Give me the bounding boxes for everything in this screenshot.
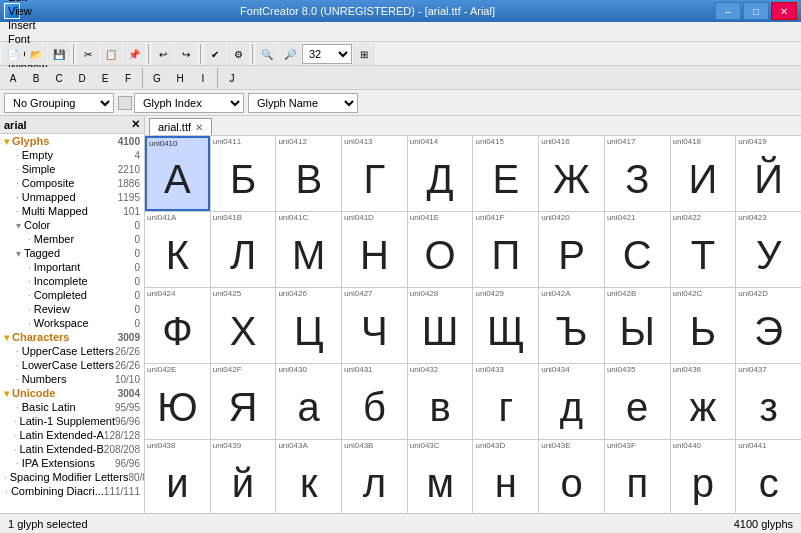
tool-f[interactable]: F [117, 67, 139, 89]
zoom-combo[interactable]: 32164864 [302, 44, 352, 64]
menu-item-view[interactable]: View [2, 4, 53, 18]
maximize-button[interactable]: □ [743, 2, 769, 20]
glyph-cell[interactable]: uni0414 Д [408, 136, 473, 211]
tree-item-simple[interactable]: · Simple 2210 [0, 162, 144, 176]
glyph-cell[interactable]: uni0417 З [605, 136, 670, 211]
glyph-area[interactable]: uni0410 А uni0411 Б uni0412 В uni0413 Г … [145, 136, 801, 513]
open-button[interactable]: 📂 [25, 43, 47, 65]
panel-close-button[interactable]: ✕ [131, 118, 140, 131]
glyph-cell[interactable]: uni0431 б [342, 364, 407, 439]
tree-item-multimapped[interactable]: · Multi Mapped 101 [0, 204, 144, 218]
glyph-cell[interactable]: uni041A К [145, 212, 210, 287]
tree-item-unicode[interactable]: ▾ Unicode 3004 [0, 386, 144, 400]
redo-button[interactable]: ↪ [175, 43, 197, 65]
glyph-cell[interactable]: uni0426 Ц [276, 288, 341, 363]
grouping-combo[interactable]: No Grouping [4, 93, 114, 113]
tree-item-latinexta[interactable]: · Latin Extended-A 128/128 [0, 428, 144, 442]
main-tab-close[interactable]: ✕ [195, 122, 203, 133]
glyph-cell[interactable]: uni0419 Й [736, 136, 801, 211]
glyph-cell[interactable]: uni0438 и [145, 440, 210, 513]
menu-item-insert[interactable]: Insert [2, 18, 53, 32]
name-combo[interactable]: Glyph Name [248, 93, 358, 113]
glyph-cell[interactable]: uni042A Ъ [539, 288, 604, 363]
copy-button[interactable]: 📋 [100, 43, 122, 65]
zoom-in-button[interactable]: 🔍 [256, 43, 278, 65]
glyph-cell[interactable]: uni0423 У [736, 212, 801, 287]
glyph-cell[interactable]: uni0437 з [736, 364, 801, 439]
glyph-cell[interactable]: uni0432 в [408, 364, 473, 439]
tree-item-spacing[interactable]: · Spacing Modifier Letters 80/80 [0, 470, 144, 484]
tree-item-composite[interactable]: · Composite 1886 [0, 176, 144, 190]
zoom-out-button[interactable]: 🔎 [279, 43, 301, 65]
tree-item-unmapped[interactable]: · Unmapped 1195 [0, 190, 144, 204]
glyph-cell[interactable]: uni043A к [276, 440, 341, 513]
index-icon[interactable] [118, 96, 132, 110]
glyph-cell[interactable]: uni0413 Г [342, 136, 407, 211]
glyph-cell[interactable]: uni0421 С [605, 212, 670, 287]
tree-item-numbers[interactable]: · Numbers 10/10 [0, 372, 144, 386]
glyph-cell[interactable]: uni042C Ь [671, 288, 736, 363]
tool-i[interactable]: I [192, 67, 214, 89]
tree-item-glyphs[interactable]: ▾ Glyphs 4100 [0, 134, 144, 148]
glyph-cell[interactable]: uni042B Ы [605, 288, 670, 363]
tool-e[interactable]: E [94, 67, 116, 89]
glyph-cell[interactable]: uni0412 В [276, 136, 341, 211]
glyph-cell[interactable]: uni041B Л [211, 212, 276, 287]
tree-item-important[interactable]: · Important 0 [0, 260, 144, 274]
glyph-cell[interactable]: uni043F п [605, 440, 670, 513]
settings-button[interactable]: ⚙ [227, 43, 249, 65]
glyph-cell[interactable]: uni0435 е [605, 364, 670, 439]
glyph-cell[interactable]: uni0433 г [473, 364, 538, 439]
tree-item-review[interactable]: · Review 0 [0, 302, 144, 316]
tool-j[interactable]: J [221, 67, 243, 89]
tree-item-uppercase[interactable]: · UpperCase Letters 26/26 [0, 344, 144, 358]
tree-item-tagged[interactable]: ▾ Tagged 0 [0, 246, 144, 260]
glyph-cell[interactable]: uni042E Ю [145, 364, 210, 439]
glyph-cell[interactable]: uni0422 Т [671, 212, 736, 287]
glyph-cell[interactable]: uni0416 Ж [539, 136, 604, 211]
glyph-cell[interactable]: uni0420 Р [539, 212, 604, 287]
tree-item-color[interactable]: ▾ Color 0 [0, 218, 144, 232]
tool-g[interactable]: G [146, 67, 168, 89]
glyph-cell[interactable]: uni0428 Ш [408, 288, 473, 363]
tree-item-incomplete[interactable]: · Incomplete 0 [0, 274, 144, 288]
main-tab[interactable]: arial.ttf ✕ [149, 118, 212, 135]
glyph-cell[interactable]: uni043C м [408, 440, 473, 513]
tree-item-latin1sup[interactable]: · Latin-1 Supplement 96/96 [0, 414, 144, 428]
validate-button[interactable]: ✔ [204, 43, 226, 65]
glyph-cell[interactable]: uni043B л [342, 440, 407, 513]
cut-button[interactable]: ✂ [77, 43, 99, 65]
tree-item-lowercase[interactable]: · LowerCase Letters 26/26 [0, 358, 144, 372]
save-button[interactable]: 💾 [48, 43, 70, 65]
glyph-cell[interactable]: uni0436 ж [671, 364, 736, 439]
tree-item-member[interactable]: · Member 0 [0, 232, 144, 246]
tool-h[interactable]: H [169, 67, 191, 89]
tool-b[interactable]: B [25, 67, 47, 89]
glyph-cell[interactable]: uni042F Я [211, 364, 276, 439]
glyph-cell[interactable]: uni0439 й [211, 440, 276, 513]
close-button[interactable]: ✕ [771, 2, 797, 20]
glyph-cell[interactable]: uni0427 Ч [342, 288, 407, 363]
glyph-cell[interactable]: uni041D Н [342, 212, 407, 287]
glyph-cell[interactable]: uni042D Э [736, 288, 801, 363]
tree-item-combining[interactable]: · Combining Diacri... 111/111 [0, 484, 144, 498]
undo-button[interactable]: ↩ [152, 43, 174, 65]
minimize-button[interactable]: – [715, 2, 741, 20]
glyph-cell[interactable]: uni041F П [473, 212, 538, 287]
glyph-cell[interactable]: uni0440 р [671, 440, 736, 513]
tree-item-characters[interactable]: ▾ Characters 3009 [0, 330, 144, 344]
tree-item-ipa[interactable]: · IPA Extensions 96/96 [0, 456, 144, 470]
glyph-cell[interactable]: uni0441 с [736, 440, 801, 513]
glyph-cell[interactable]: uni0429 Щ [473, 288, 538, 363]
glyph-cell[interactable]: uni0415 Е [473, 136, 538, 211]
tree-item-latinextb[interactable]: · Latin Extended-B 208/208 [0, 442, 144, 456]
tool-d[interactable]: D [71, 67, 93, 89]
glyph-cell[interactable]: uni0430 а [276, 364, 341, 439]
tree-item-empty[interactable]: · Empty 4 [0, 148, 144, 162]
tool-c[interactable]: C [48, 67, 70, 89]
glyph-cell[interactable]: uni043D н [473, 440, 538, 513]
tree-item-workspace[interactable]: · Workspace 0 [0, 316, 144, 330]
tool-a[interactable]: A [2, 67, 24, 89]
tree-item-completed[interactable]: · Completed 0 [0, 288, 144, 302]
zoom-fit-button[interactable]: ⊞ [353, 43, 375, 65]
